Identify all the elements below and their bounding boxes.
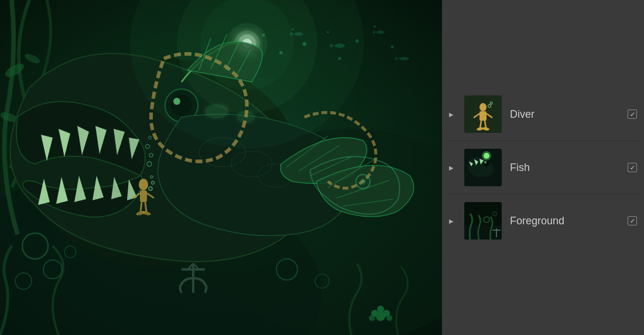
layer-thumb-foreground bbox=[464, 202, 502, 240]
layer-visibility-diver[interactable] bbox=[628, 110, 637, 119]
svg-rect-103 bbox=[479, 111, 487, 121]
layer-expand-arrow-diver[interactable]: ▶ bbox=[449, 111, 456, 118]
artwork-panel bbox=[0, 0, 442, 335]
layer-expand-arrow-fish[interactable]: ▶ bbox=[449, 165, 456, 171]
layer-item-foreground[interactable]: ▶ Foreground bbox=[442, 197, 644, 245]
layer-divider-2 bbox=[448, 194, 638, 194]
svg-point-102 bbox=[479, 103, 487, 111]
layer-expand-arrow-foreground[interactable]: ▶ bbox=[449, 218, 456, 224]
layer-visibility-fish[interactable] bbox=[628, 163, 637, 172]
layer-thumb-fish bbox=[464, 149, 502, 186]
svg-point-119 bbox=[484, 161, 487, 163]
layer-thumb-diver bbox=[464, 95, 502, 133]
artwork-canvas bbox=[0, 0, 442, 335]
layers-panel: ▶ Diver ▶ bbox=[442, 0, 644, 335]
layer-divider-1 bbox=[448, 141, 638, 141]
layer-item-fish[interactable]: ▶ Fish bbox=[442, 143, 644, 192]
layer-name-diver: Diver bbox=[510, 108, 619, 121]
layer-item-diver[interactable]: ▶ Diver bbox=[442, 90, 644, 138]
svg-point-117 bbox=[482, 151, 491, 160]
layer-visibility-foreground[interactable] bbox=[628, 216, 637, 225]
svg-rect-100 bbox=[0, 0, 442, 335]
layer-name-foreground: Foreground bbox=[510, 215, 619, 227]
svg-point-118 bbox=[484, 160, 489, 166]
layer-name-fish: Fish bbox=[510, 162, 619, 174]
